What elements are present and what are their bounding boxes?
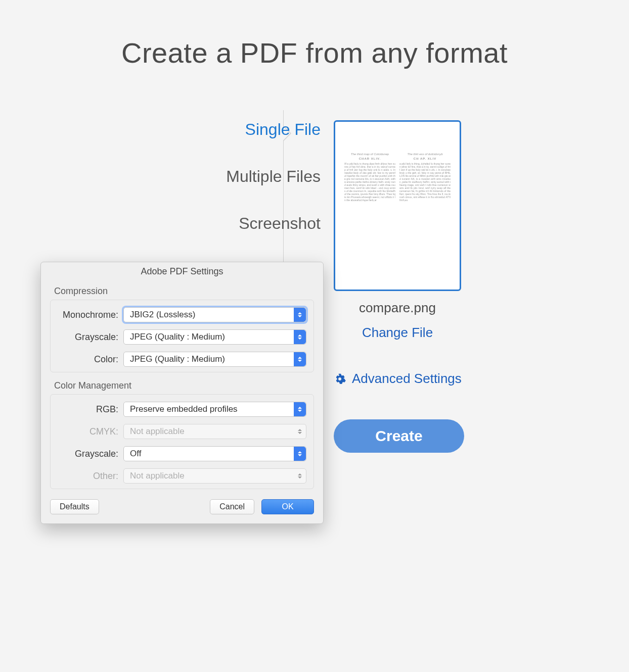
dialog-button-row: Defaults Cancel OK bbox=[41, 494, 323, 523]
pdf-settings-dialog: Adobe PDF Settings Compression Monochrom… bbox=[40, 262, 324, 524]
grayscale-cm-select[interactable]: Off bbox=[123, 446, 306, 461]
cmyk-select: Not applicable bbox=[123, 424, 306, 439]
grayscale-compression-value: JPEG (Quality : Medium) bbox=[130, 332, 225, 342]
chevron-updown-icon bbox=[294, 402, 306, 416]
cmyk-value: Not applicable bbox=[130, 426, 185, 437]
compression-section-label: Compression bbox=[41, 283, 323, 300]
monochrome-label: Monochrome: bbox=[58, 310, 123, 320]
compression-group: Monochrome: JBIG2 (Lossless) Grayscale: … bbox=[50, 300, 314, 372]
other-value: Not applicable bbox=[130, 471, 185, 481]
advanced-settings-label: Advanced Settings bbox=[352, 371, 462, 387]
rgb-value: Preserve embedded profiles bbox=[130, 404, 238, 414]
chevron-updown-icon bbox=[294, 352, 306, 366]
chevron-updown-icon bbox=[298, 424, 302, 439]
grayscale-compression-label: Grayscale: bbox=[58, 332, 123, 343]
defaults-button[interactable]: Defaults bbox=[50, 499, 99, 514]
page-title: Create a PDF from any format bbox=[0, 36, 629, 69]
preview-doc-illustration: The third map of Culcidunep CHAR XLIV. I… bbox=[344, 153, 451, 228]
dialog-title: Adobe PDF Settings bbox=[41, 262, 323, 283]
chevron-updown-icon bbox=[294, 447, 306, 461]
color-compression-label: Color: bbox=[58, 354, 123, 365]
rgb-select[interactable]: Preserve embedded profiles bbox=[123, 402, 306, 417]
color-compression-select[interactable]: JPEG (Quality : Medium) bbox=[123, 352, 306, 367]
grayscale-cm-value: Off bbox=[130, 449, 141, 459]
monochrome-select[interactable]: JBIG2 (Lossless) bbox=[123, 307, 306, 322]
chevron-updown-icon bbox=[298, 469, 302, 483]
tab-single-file[interactable]: Single File bbox=[226, 116, 321, 143]
chevron-updown-icon bbox=[294, 330, 306, 344]
monochrome-value: JBIG2 (Lossless) bbox=[130, 310, 195, 320]
create-button[interactable]: Create bbox=[334, 419, 464, 453]
gear-icon bbox=[334, 373, 346, 385]
grayscale-cm-label: Grayscale: bbox=[58, 449, 123, 459]
grayscale-compression-select[interactable]: JPEG (Quality : Medium) bbox=[123, 329, 306, 345]
other-label: Other: bbox=[58, 471, 123, 482]
preview-thumbnail[interactable]: The third map of Culcidunep CHAR XLIV. I… bbox=[334, 120, 461, 291]
change-file-link[interactable]: Change File bbox=[334, 325, 461, 341]
cancel-button[interactable]: Cancel bbox=[210, 499, 254, 514]
cmyk-label: CMYK: bbox=[58, 426, 123, 437]
other-select: Not applicable bbox=[123, 468, 306, 484]
tab-screenshot[interactable]: Screenshot bbox=[226, 210, 321, 237]
chevron-updown-icon bbox=[294, 308, 306, 322]
preview-column: The third map of Culcidunep CHAR XLIV. I… bbox=[334, 120, 461, 341]
advanced-settings-link[interactable]: Advanced Settings bbox=[334, 371, 462, 387]
color-management-group: RGB: Preserve embedded profiles CMYK: No… bbox=[50, 394, 314, 489]
ok-button[interactable]: OK bbox=[261, 499, 314, 514]
file-name: compare.png bbox=[334, 300, 461, 316]
color-management-section-label: Color Management bbox=[41, 377, 323, 394]
tab-multiple-files[interactable]: Multiple Files bbox=[226, 163, 321, 190]
rgb-label: RGB: bbox=[58, 404, 123, 415]
color-compression-value: JPEG (Quality : Medium) bbox=[130, 354, 225, 364]
